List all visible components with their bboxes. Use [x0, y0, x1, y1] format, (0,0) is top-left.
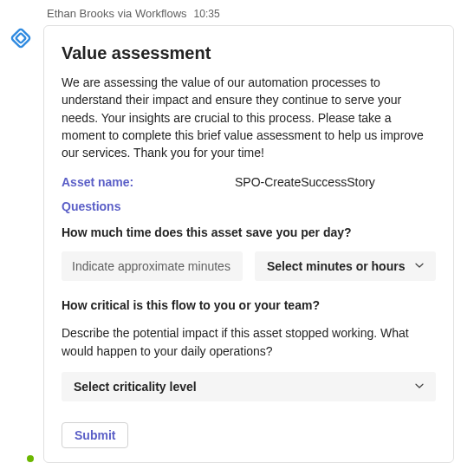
- svg-rect-0: [11, 29, 31, 49]
- question-1-inputs: Select minutes or hours: [62, 251, 436, 281]
- timestamp: 10:35: [194, 8, 220, 20]
- workflows-icon: [7, 24, 35, 52]
- avatar: [7, 24, 35, 463]
- svg-rect-1: [16, 33, 26, 43]
- question-1-text: How much time does this asset save you p…: [62, 225, 436, 239]
- time-amount-input[interactable]: [62, 251, 243, 281]
- presence-available-icon: [25, 453, 36, 464]
- submit-button[interactable]: Submit: [62, 422, 128, 448]
- message-header: Ethan Brooks via Workflows 10:35: [43, 7, 454, 20]
- adaptive-card: Value assessment We are assessing the va…: [43, 25, 454, 463]
- message-content: Ethan Brooks via Workflows 10:35 Value a…: [43, 7, 454, 463]
- criticality-select-label: Select criticality level: [74, 380, 197, 394]
- asset-name-row: Asset name: SPO-CreateSuccessStory: [62, 175, 436, 189]
- card-description: We are assessing the value of our automa…: [62, 74, 436, 161]
- criticality-select[interactable]: Select criticality level: [62, 372, 436, 401]
- time-unit-select[interactable]: Select minutes or hours: [255, 251, 436, 281]
- chevron-down-icon: [413, 380, 425, 394]
- message-container: Ethan Brooks via Workflows 10:35 Value a…: [0, 0, 461, 470]
- questions-header: Questions: [62, 199, 436, 213]
- card-title: Value assessment: [62, 43, 436, 63]
- asset-name-label: Asset name:: [62, 175, 235, 189]
- question-2-subtext: Describe the potential impact if this as…: [62, 324, 436, 360]
- asset-name-value: SPO-CreateSuccessStory: [235, 175, 375, 189]
- time-unit-select-label: Select minutes or hours: [267, 259, 405, 273]
- sender-name: Ethan Brooks via Workflows: [47, 7, 187, 20]
- chevron-down-icon: [413, 259, 425, 274]
- question-2-text: How critical is this flow to you or your…: [62, 298, 436, 312]
